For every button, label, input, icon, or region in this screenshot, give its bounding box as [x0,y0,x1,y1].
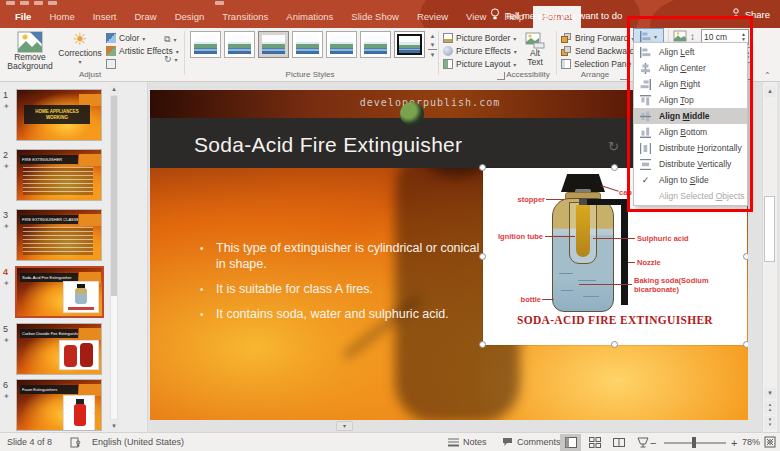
menu-item-align-right[interactable]: Align Right [634,76,747,92]
tab-review[interactable]: Review [408,6,457,28]
selection-handle[interactable] [479,164,486,171]
compress-pictures-button[interactable]: ⧉▾ [164,34,176,45]
picture-style-thumb[interactable] [360,31,391,58]
tab-transitions[interactable]: Transitions [213,6,277,28]
slide-thumbnail-1[interactable]: HOME APPLIANCES WORKING [16,89,102,141]
selection-handle[interactable] [743,253,748,260]
tab-insert[interactable]: Insert [84,6,126,28]
picture-style-thumb-framed[interactable] [394,31,425,58]
tab-animations[interactable]: Animations [277,6,342,28]
slide-thumbnail-6[interactable]: Foam Extinguishers [16,379,102,431]
slide-sorter-view-button[interactable] [584,434,605,451]
slide-indicator[interactable]: Slide 4 of 8 [7,437,52,447]
chevron-down-icon: ▾ [78,58,81,67]
picture-border-button[interactable]: Picture Border▾ [443,33,516,43]
picture-style-thumb[interactable] [326,31,357,58]
slide-thumbnail-3[interactable]: FIRE EXTINGUISHER CLASSES [16,209,102,261]
selection-handle[interactable] [479,253,486,260]
selection-handle[interactable] [611,164,618,171]
selection-pane-button[interactable]: Selection Pane [561,59,631,69]
send-backward-button[interactable]: Send Backward▾ [561,46,641,56]
quick-access-icon[interactable] [20,1,29,5]
notes-splitter-handle[interactable]: ▾ [336,421,353,431]
menu-item-align-center[interactable]: Align Center [634,60,747,76]
bring-forward-button[interactable]: Bring Forward▾ [561,33,634,43]
tell-me-box[interactable]: Tell me what you want to do [490,8,622,22]
quick-access-icon[interactable] [6,1,15,5]
menu-item-align-left[interactable]: Align Left [634,44,747,60]
scroll-up-icon[interactable]: ▴ [764,86,776,97]
menu-item-distribute-vertically[interactable]: Distribute Vertically [634,156,747,172]
color-button[interactable]: Color▾ [106,33,145,43]
slide-thumbnail-4-selected[interactable]: Soda-Acid Fire Extinguisher [15,266,104,318]
arrange-dialog-launcher-icon[interactable] [620,72,628,80]
lightbulb-icon [490,8,500,22]
picture-style-thumb-selected[interactable] [258,31,289,58]
tab-draw[interactable]: Draw [125,6,165,28]
bullet-dot: • [200,241,204,257]
corrections-button[interactable]: ☀ Corrections ▾ [58,31,102,67]
animation-star-icon[interactable]: ✦ [3,279,10,288]
menu-item-distribute-horizontally[interactable]: Distribute Horizontally [634,140,747,156]
quick-access-icon[interactable] [48,1,57,5]
thumbnails-scroll-up-icon[interactable]: ▴ [109,84,119,94]
menu-item-align-to-slide[interactable]: ✓ Align to Slide [634,172,747,188]
gallery-up-icon[interactable]: ▴ [428,31,437,40]
language-indicator[interactable]: English (United States) [92,437,184,447]
notes-button[interactable]: Notes [448,437,487,447]
zoom-level[interactable]: 78% [742,437,760,447]
tab-slide-show[interactable]: Slide Show [342,6,408,28]
picture-layout-button[interactable]: Picture Layout▾ [443,59,516,69]
animation-star-icon[interactable]: ✦ [3,336,10,345]
alt-text-button[interactable]: Alt Text [520,32,550,67]
thumbnails-scrollbar-thumb[interactable] [111,96,117,296]
selection-handle[interactable] [479,341,486,348]
gallery-down-icon[interactable]: ▾ [428,40,437,49]
comments-button[interactable]: Comments [502,437,561,447]
quick-access-icon[interactable] [34,1,43,5]
zoom-out-button[interactable]: − [650,437,656,449]
bullet-list[interactable]: •This type of extinguisher is cylindrica… [216,240,482,331]
scroll-down-icon[interactable]: ▾ [764,388,776,399]
animation-star-icon[interactable]: ✦ [3,222,10,231]
gallery-more-icon[interactable]: ▾ [428,49,437,59]
animation-star-icon[interactable]: ✦ [3,392,10,401]
zoom-in-button[interactable]: + [731,437,737,449]
normal-view-button[interactable] [560,434,581,451]
picture-border-label: Picture Border [456,33,510,43]
slide-thumbnail-5[interactable]: Carbon Dioxide Fire Extinguisher [16,323,102,375]
animation-star-icon[interactable]: ✦ [3,162,10,171]
fit-to-window-button[interactable] [764,436,776,450]
collapse-ribbon-icon[interactable]: ⌃ [764,71,771,80]
remove-background-button[interactable]: Remove Background [6,31,54,71]
thumbnails-scroll-down-icon[interactable]: ▾ [109,421,119,431]
tab-design[interactable]: Design [166,6,214,28]
slide-thumbnail-2[interactable]: FIRE EXTINGUISHER [16,149,102,201]
picture-style-preview [330,35,353,54]
quick-access-icon[interactable] [215,1,224,5]
thumbnails-scrollbar-track[interactable] [110,95,118,420]
reading-view-button[interactable] [608,434,629,451]
spinner-icons[interactable]: ▲▼ [741,32,746,42]
menu-item-align-top[interactable]: Align Top [634,92,747,108]
share-button[interactable]: Share [731,8,770,21]
tab-file[interactable]: File [6,6,40,28]
change-picture-button[interactable]: ↻▾ [164,54,178,64]
picture-style-thumb[interactable] [224,31,255,58]
picture-style-thumb[interactable] [190,31,221,58]
selection-handle[interactable] [743,341,748,348]
menu-item-align-bottom[interactable]: Align Bottom [634,124,747,140]
reset-picture-button[interactable] [106,59,116,69]
animation-star-icon[interactable]: ✦ [3,102,10,111]
tab-home[interactable]: Home [40,6,83,28]
zoom-slider-handle[interactable] [692,437,696,448]
previous-slide-button[interactable]: ▴▴ [764,401,776,414]
menu-item-align-middle[interactable]: Align Middle [634,108,747,124]
accessibility-checker-icon[interactable] [70,437,81,450]
rotate-handle-icon[interactable]: ↻ [608,139,619,154]
picture-effects-button[interactable]: Picture Effects▾ [443,46,517,56]
editor-scrollbar-thumb[interactable] [764,196,775,262]
next-slide-button[interactable]: ▾▾ [764,416,776,429]
picture-style-thumb[interactable] [292,31,323,58]
selection-handle[interactable] [611,341,618,348]
